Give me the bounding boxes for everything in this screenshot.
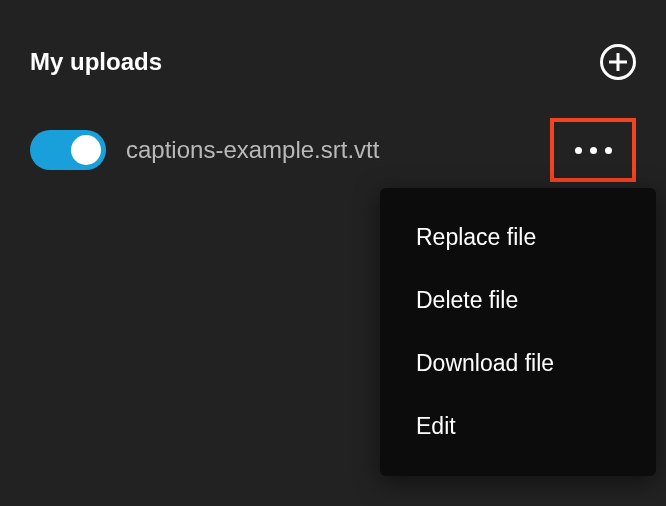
- menu-item-delete-file[interactable]: Delete file: [380, 269, 656, 332]
- uploads-header: My uploads: [0, 0, 666, 104]
- page-title: My uploads: [30, 48, 162, 76]
- context-menu: Replace file Delete file Download file E…: [380, 188, 656, 476]
- toggle-knob: [71, 135, 101, 165]
- plus-circle-icon: [609, 53, 627, 71]
- upload-row: captions-example.srt.vtt: [0, 104, 666, 196]
- more-horizontal-icon: [575, 147, 612, 154]
- menu-item-replace-file[interactable]: Replace file: [380, 206, 656, 269]
- add-upload-button[interactable]: [600, 44, 636, 80]
- menu-item-download-file[interactable]: Download file: [380, 332, 656, 395]
- upload-filename: captions-example.srt.vtt: [126, 136, 530, 164]
- menu-item-edit[interactable]: Edit: [380, 395, 656, 458]
- upload-more-button[interactable]: [550, 118, 636, 182]
- upload-enable-toggle[interactable]: [30, 130, 106, 170]
- svg-rect-1: [609, 61, 627, 64]
